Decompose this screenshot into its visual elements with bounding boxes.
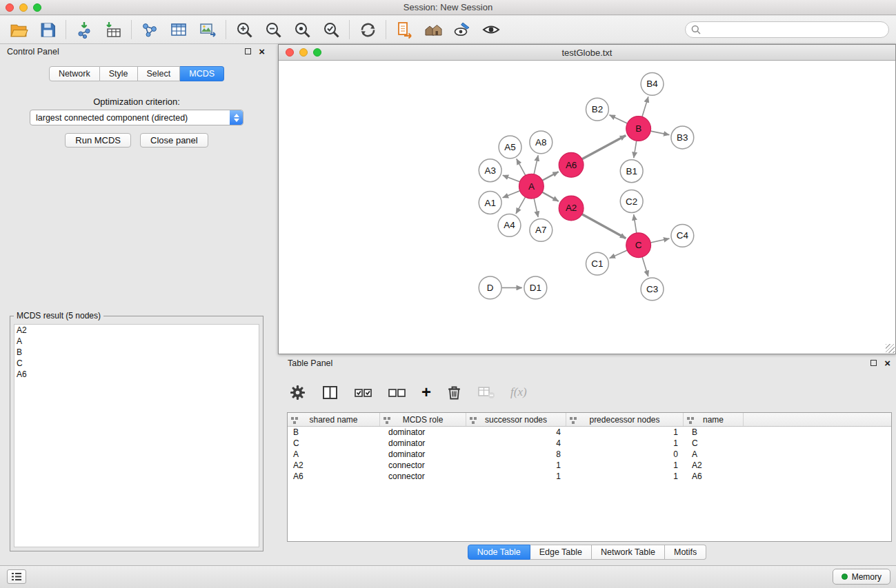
run-mcds-button[interactable]: Run MCDS xyxy=(65,133,131,148)
refresh-view-button[interactable] xyxy=(353,17,382,42)
mcds-result-item[interactable]: A6 xyxy=(14,369,259,380)
graph-edge-B-B3[interactable] xyxy=(650,131,669,134)
cell-shared-name[interactable]: A2 xyxy=(288,460,380,471)
close-panel-icon[interactable]: × xyxy=(259,48,265,55)
tab-network[interactable]: Network xyxy=(49,66,100,81)
cell-shared-name[interactable]: B xyxy=(288,427,380,438)
delete-column-button[interactable] xyxy=(446,384,462,401)
cell-predecessor-nodes[interactable]: 0 xyxy=(566,449,684,460)
cell-successor-nodes[interactable]: 8 xyxy=(466,449,566,460)
tab-network-table[interactable]: Network Table xyxy=(592,545,665,560)
cell-MCDS-role[interactable]: dominator xyxy=(380,427,466,438)
session-home-button[interactable] xyxy=(419,17,448,42)
export-image-button[interactable] xyxy=(193,17,222,42)
table-row[interactable]: Bdominator41B xyxy=(288,427,891,438)
cell-name[interactable]: A2 xyxy=(684,460,744,471)
float-panel-icon[interactable] xyxy=(870,360,877,366)
network-window-titlebar[interactable]: testGlobe.txt xyxy=(279,45,895,61)
graph-edge-A-A8[interactable] xyxy=(534,155,538,174)
create-column-button[interactable]: + xyxy=(421,385,431,399)
memory-button[interactable]: Memory xyxy=(833,569,890,585)
cell-name[interactable]: C xyxy=(684,438,744,449)
zoom-out-button[interactable] xyxy=(259,17,288,42)
task-history-button[interactable] xyxy=(7,569,26,584)
tab-edge-table[interactable]: Edge Table xyxy=(530,545,592,560)
select-all-rows-button[interactable] xyxy=(354,385,372,400)
graph-edge-C-C3[interactable] xyxy=(642,257,648,276)
graph-edge-A2-C[interactable] xyxy=(582,214,626,239)
search-input[interactable] xyxy=(704,25,883,34)
cell-name[interactable]: A6 xyxy=(684,471,744,482)
zoom-fit-button[interactable] xyxy=(288,17,317,42)
tab-node-table[interactable]: Node Table xyxy=(468,545,530,560)
zoom-selected-button[interactable] xyxy=(317,17,346,42)
zoom-network-window-button[interactable] xyxy=(313,48,321,57)
show-columns-button[interactable] xyxy=(321,385,339,401)
function-builder-button[interactable]: f(x) xyxy=(510,385,527,399)
tab-style[interactable]: Style xyxy=(100,66,138,81)
column-header-successor-nodes[interactable]: successor nodes xyxy=(466,413,566,426)
graph-edge-A-A7[interactable] xyxy=(534,199,538,217)
cell-shared-name[interactable]: C xyxy=(288,438,380,449)
new-table-button[interactable] xyxy=(164,17,193,42)
column-header-predecessor-nodes[interactable]: predecessor nodes xyxy=(566,413,684,426)
graph-edge-C-C2[interactable] xyxy=(634,214,637,233)
graph-edge-B-B2[interactable] xyxy=(610,115,628,123)
cell-successor-nodes[interactable]: 1 xyxy=(466,471,566,482)
cell-name[interactable]: A xyxy=(684,449,744,460)
graph-edge-A6-B[interactable] xyxy=(582,135,626,159)
cell-MCDS-role[interactable]: connector xyxy=(380,460,466,471)
duplicate-network-button[interactable] xyxy=(390,17,419,42)
column-header-shared-name[interactable]: shared name xyxy=(288,413,380,426)
network-graph[interactable]: B4B2BB3A8A5A6A3B1AC2A1A2A4A7C4CC1C3DD1 xyxy=(280,61,894,352)
cell-predecessor-nodes[interactable]: 1 xyxy=(566,460,684,471)
close-network-window-button[interactable] xyxy=(286,48,294,57)
graph-edge-A-A4[interactable] xyxy=(516,197,526,214)
mcds-result-item[interactable]: C xyxy=(14,358,259,369)
graph-edge-C-C1[interactable] xyxy=(610,250,628,258)
cell-shared-name[interactable]: A6 xyxy=(288,471,380,482)
minimize-network-window-button[interactable] xyxy=(299,48,308,57)
table-settings-button[interactable] xyxy=(289,384,306,401)
tab-motifs[interactable]: Motifs xyxy=(665,545,706,560)
graph-edge-B-B1[interactable] xyxy=(634,141,637,158)
save-session-button[interactable] xyxy=(33,17,62,42)
cell-successor-nodes[interactable]: 1 xyxy=(466,460,566,471)
cell-name[interactable]: B xyxy=(684,427,744,438)
close-panel-icon[interactable]: × xyxy=(884,359,890,367)
table-row[interactable]: A6connector11A6 xyxy=(288,471,891,482)
cell-MCDS-role[interactable]: dominator xyxy=(380,449,466,460)
mcds-result-item[interactable]: A2 xyxy=(14,325,259,336)
cell-predecessor-nodes[interactable]: 1 xyxy=(566,471,684,482)
graph-edge-A-A5[interactable] xyxy=(517,159,526,175)
zoom-in-button[interactable] xyxy=(230,17,259,42)
import-network-button[interactable] xyxy=(70,17,99,42)
cell-MCDS-role[interactable]: dominator xyxy=(380,438,466,449)
graph-edge-C-C4[interactable] xyxy=(650,239,669,243)
cell-successor-nodes[interactable]: 4 xyxy=(466,438,566,449)
new-network-button[interactable] xyxy=(135,17,164,42)
delete-table-button[interactable] xyxy=(477,385,495,400)
graph-edge-A-A2[interactable] xyxy=(542,192,559,201)
close-panel-button[interactable]: Close panel xyxy=(140,133,208,148)
column-header-MCDS-role[interactable]: MCDS role xyxy=(380,413,466,426)
import-table-button[interactable] xyxy=(99,17,128,42)
mcds-result-item[interactable]: A xyxy=(14,336,259,347)
cell-MCDS-role[interactable]: connector xyxy=(380,471,466,482)
window-resize-handle[interactable] xyxy=(886,344,895,353)
mcds-result-list[interactable]: A2ABCA6 xyxy=(14,324,259,547)
open-session-button[interactable] xyxy=(4,17,33,42)
network-canvas[interactable]: B4B2BB3A8A5A6A3B1AC2A1A2A4A7C4CC1C3DD1 xyxy=(280,61,894,352)
table-row[interactable]: Adominator80A xyxy=(288,449,891,460)
graph-edge-A-A6[interactable] xyxy=(542,172,558,181)
criterion-dropdown[interactable]: largest connected component (directed) xyxy=(30,110,243,125)
tab-select[interactable]: Select xyxy=(138,66,181,81)
table-row[interactable]: Cdominator41C xyxy=(288,438,891,449)
cell-predecessor-nodes[interactable]: 1 xyxy=(566,438,684,449)
graph-edge-A-A1[interactable] xyxy=(503,191,520,198)
cell-shared-name[interactable]: A xyxy=(288,449,380,460)
show-graphics-details-button[interactable] xyxy=(477,17,506,42)
table-row[interactable]: A2connector11A2 xyxy=(288,460,891,471)
cell-predecessor-nodes[interactable]: 1 xyxy=(566,427,684,438)
float-panel-icon[interactable] xyxy=(245,48,251,54)
